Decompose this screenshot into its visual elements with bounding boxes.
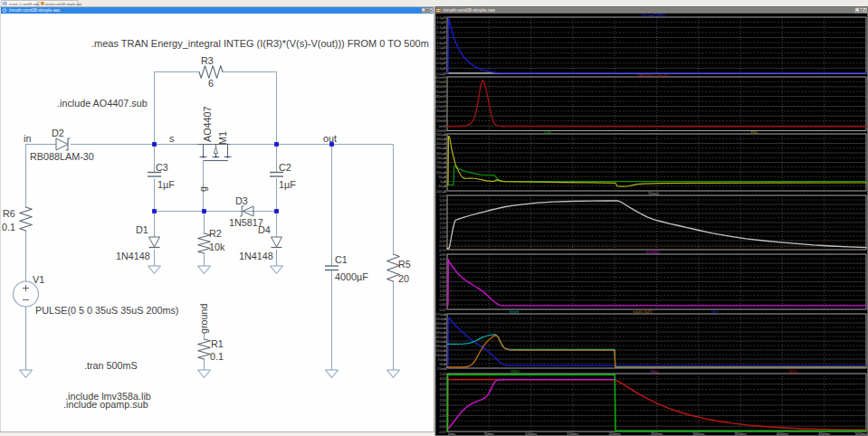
svg-text:2.0V: 2.0V [439, 403, 446, 407]
svg-text:-0.5V: -0.5V [438, 249, 446, 252]
svg-text:1.5µW: 1.5µW [436, 46, 446, 50]
svg-text:V(s,out)*I(R3): V(s,out)*I(R3) [642, 13, 665, 17]
svg-text:280mA: 280mA [435, 345, 446, 348]
svg-text:180mW: 180mW [434, 95, 446, 99]
svg-text:630mA: 630mA [435, 322, 446, 326]
svg-text:350mA: 350mA [435, 340, 446, 344]
svg-text:-0.5V: -0.5V [438, 431, 446, 434]
svg-text:450ms: 450ms [818, 431, 831, 436]
svg-text:0.0V: 0.0V [439, 425, 446, 429]
svg-text:90mW: 90mW [436, 109, 446, 113]
svg-text:R3: R3 [201, 55, 214, 66]
svg-text:300mW: 300mW [434, 76, 446, 80]
svg-text:out: out [323, 133, 337, 144]
svg-text:I(V1): I(V1) [510, 369, 520, 374]
svg-text:1.6V: 1.6V [439, 289, 446, 293]
svg-text:C1: C1 [335, 254, 348, 265]
svg-text:300ms: 300ms [692, 431, 705, 436]
svg-text:inrush-cont08-simple.asc: inrush-cont08-simple.asc [9, 7, 61, 13]
svg-text:200ms: 200ms [609, 431, 622, 436]
svg-text:PULSE(0 5 0 35uS 35uS 200ms): PULSE(0 5 0 35uS 35uS 200ms) [35, 305, 178, 316]
svg-text:0.0V: 0.0V [439, 244, 446, 248]
svg-text:AO4407: AO4407 [202, 106, 213, 142]
svg-text:300µA: 300µA [436, 152, 446, 156]
svg-text:200µA: 200µA [436, 161, 446, 165]
svg-text:2.8V: 2.8V [439, 276, 446, 280]
svg-text:240mW: 240mW [434, 85, 446, 89]
svg-text:490mA: 490mA [435, 331, 446, 335]
svg-text:1.2V: 1.2V [439, 294, 446, 298]
svg-text:700mA: 700mA [435, 318, 446, 321]
svg-text:R2: R2 [209, 228, 222, 239]
svg-text:V(out): V(out) [648, 191, 659, 195]
svg-text:0mA: 0mA [439, 363, 446, 366]
svg-text:in: in [24, 133, 31, 144]
svg-text:30mW: 30mW [436, 119, 446, 123]
svg-text:500µA: 500µA [436, 133, 446, 137]
svg-text:250ms: 250ms [651, 431, 663, 436]
svg-text:0.8V: 0.8V [439, 299, 446, 302]
svg-text:RB088LAM-30: RB088LAM-30 [30, 151, 94, 162]
svg-text:R5: R5 [398, 259, 411, 270]
svg-text:1.0V: 1.0V [439, 414, 446, 418]
svg-text:C2: C2 [279, 162, 291, 173]
svg-text:0mW: 0mW [438, 125, 446, 128]
svg-text:4.0V: 4.0V [439, 383, 446, 386]
svg-text:2.4µW: 2.4µW [436, 31, 446, 34]
svg-text:450µA: 450µA [436, 137, 446, 141]
svg-text:0.5V: 0.5V [439, 420, 446, 423]
svg-text:4.8V: 4.8V [439, 253, 446, 257]
svg-text:350µA: 350µA [436, 147, 446, 150]
svg-text:g: g [197, 186, 208, 192]
svg-text:.include AO4407.sub: .include AO4407.sub [57, 98, 148, 109]
svg-text:210mA: 210mA [435, 349, 446, 353]
svg-text:150mW: 150mW [434, 100, 446, 104]
svg-text:1.5V: 1.5V [439, 409, 446, 412]
svg-text:V1: V1 [33, 274, 44, 285]
svg-text:4.0V: 4.0V [439, 262, 446, 266]
svg-text:2.4V: 2.4V [439, 280, 446, 284]
svg-text:0.0V: 0.0V [439, 308, 446, 312]
svg-text:210mW: 210mW [434, 90, 446, 94]
svg-text:3.5V: 3.5V [439, 388, 446, 392]
svg-text:4.5V: 4.5V [439, 377, 446, 381]
svg-text:560mA: 560mA [435, 327, 446, 330]
svg-text:4.0V: 4.0V [439, 208, 446, 212]
svg-text:5.0V: 5.0V [439, 199, 446, 203]
svg-text:350ms: 350ms [735, 431, 748, 436]
svg-text:-100µA: -100µA [435, 190, 447, 194]
svg-text:400µA: 400µA [436, 142, 446, 146]
svg-text:400ms: 400ms [777, 431, 789, 436]
svg-text:1N4148: 1N4148 [239, 251, 273, 261]
svg-text:Ix(U1:OUT): Ix(U1:OUT) [633, 309, 653, 314]
svg-text:120mW: 120mW [434, 105, 446, 109]
svg-text:140mA: 140mA [435, 354, 446, 357]
svg-text:500ms: 500ms [855, 431, 868, 436]
svg-text:.include opamp.sub: .include opamp.sub [63, 399, 148, 410]
svg-text:420mA: 420mA [435, 336, 446, 339]
svg-text:V(g): V(g) [544, 129, 552, 134]
svg-text:5.0V: 5.0V [439, 373, 446, 376]
svg-text:50µA: 50µA [438, 175, 446, 179]
svg-text:0.1: 0.1 [2, 222, 15, 232]
svg-text:20: 20 [398, 273, 409, 284]
svg-text:1µF: 1µF [157, 179, 175, 190]
svg-text:6: 6 [208, 78, 214, 89]
svg-text:0.9µW: 0.9µW [436, 57, 446, 61]
svg-text:D1: D1 [136, 224, 148, 235]
svg-text:D3: D3 [235, 195, 248, 206]
svg-text:270mW: 270mW [434, 81, 446, 84]
svg-text:2.5V: 2.5V [439, 222, 446, 225]
svg-text:inrush-cont08-simple.raw: inrush-cont08-simple.raw [444, 7, 495, 13]
svg-text:50ms: 50ms [484, 431, 495, 436]
svg-text:4.5V: 4.5V [439, 204, 446, 207]
svg-text:60mW: 60mW [436, 115, 446, 118]
svg-text:3.5V: 3.5V [439, 213, 446, 216]
svg-text:4.4V: 4.4V [439, 258, 446, 261]
svg-text:-50µA: -50µA [437, 185, 446, 188]
svg-text:1.0V: 1.0V [439, 235, 446, 239]
svg-text:0.6µW: 0.6µW [436, 62, 446, 65]
svg-text:2.0V: 2.0V [439, 285, 446, 289]
svg-text:.tran 500mS: .tran 500mS [84, 360, 138, 371]
svg-text:1N4148: 1N4148 [116, 251, 150, 261]
